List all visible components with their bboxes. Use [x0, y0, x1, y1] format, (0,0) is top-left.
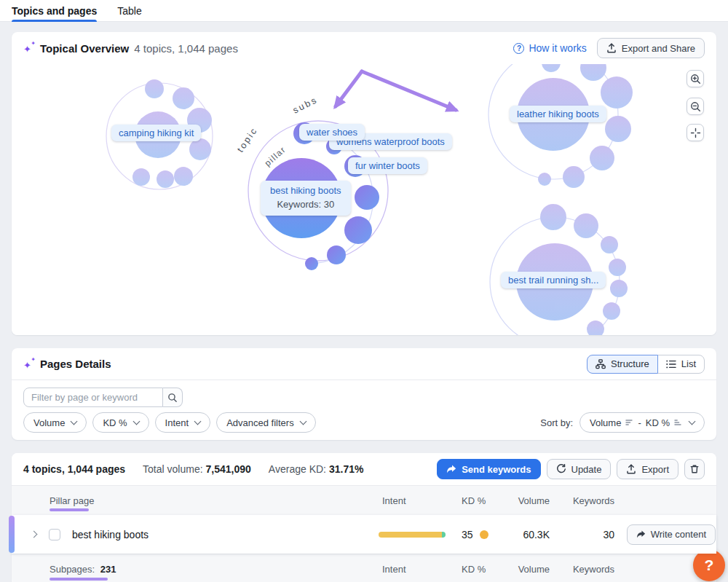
sort-descending-icon — [625, 419, 633, 426]
expand-row-chevron[interactable] — [31, 531, 38, 538]
tab-table[interactable]: Table — [117, 0, 141, 22]
refresh-icon — [556, 464, 566, 474]
kd-difficulty-dot — [480, 530, 488, 539]
kd-value: 35 — [462, 529, 473, 540]
how-it-works-link[interactable]: ? How it works — [513, 42, 586, 54]
search-button[interactable] — [163, 388, 183, 407]
arc-label-topic: topic — [235, 125, 260, 154]
subtopic-label-water-shoes[interactable]: water shoes — [299, 124, 365, 141]
cluster-leather-hiking-boots[interactable] — [488, 64, 633, 188]
search-icon — [167, 393, 178, 403]
subpages-count: 231 — [100, 564, 116, 575]
pillar-label-keywords: Keywords: 30 — [270, 198, 341, 212]
pages-table-card: 4 topics, 1,044 pages Total volume:7,541… — [12, 453, 716, 582]
pages-details-card: ✦✦ Pages Details Structure — [12, 348, 716, 440]
volume-column-header: Volume — [503, 495, 550, 506]
write-content-label: Write content — [651, 529, 706, 540]
kd-column-header: KD % — [451, 495, 503, 506]
view-list-button[interactable]: List — [657, 355, 705, 374]
keywords-value: 30 — [550, 529, 614, 540]
topic-label-best-trail-running[interactable]: best trail running sh... — [501, 272, 606, 288]
filter-input[interactable] — [23, 388, 163, 407]
topic-bubbles-canvas: subs topic pillar — [12, 64, 716, 335]
keywords-column-header: Keywords — [550, 495, 614, 506]
question-circle-icon: ? — [513, 43, 524, 54]
filter-intent-label: Intent — [165, 417, 189, 428]
pillar-page-underline — [50, 508, 89, 511]
view-structure-label: Structure — [611, 358, 649, 369]
overview-subtitle: 4 topics, 1,044 pages — [134, 42, 238, 55]
filter-intent-dropdown[interactable]: Intent — [155, 412, 211, 433]
update-label: Update — [571, 464, 602, 475]
row-accent-bar — [9, 516, 15, 553]
topical-map[interactable]: subs topic pillar — [12, 64, 716, 335]
view-structure-button[interactable]: Structure — [587, 355, 658, 374]
sort-dropdown[interactable]: Volume - KD % — [579, 412, 705, 433]
subtopic-label-fur-winter-boots[interactable]: fur winter boots — [348, 157, 427, 174]
advanced-filters-label: Advanced filters — [226, 417, 294, 428]
topic-label-camping-hiking-kit[interactable]: camping hiking kit — [111, 125, 201, 141]
export-and-share-label: Export and Share — [622, 43, 695, 54]
zoom-in-button[interactable] — [687, 70, 704, 87]
view-toggle: Structure List — [587, 355, 705, 374]
export-label: Export — [641, 464, 669, 475]
summary-topics-pages: 4 topics, 1,044 pages — [23, 463, 125, 475]
overview-title: Topical Overview — [40, 42, 129, 55]
write-content-button[interactable]: Write content — [627, 524, 716, 545]
sparkle-icon: ✦✦ — [23, 358, 36, 370]
annotation-arrow — [336, 71, 456, 110]
send-keywords-label: Send keywords — [462, 464, 531, 475]
summary-bar: 4 topics, 1,044 pages Total volume:7,541… — [12, 453, 716, 485]
forward-arrow-icon — [446, 465, 456, 473]
total-volume-value: 7,541,090 — [206, 463, 251, 475]
row-page-name[interactable]: best hiking boots — [72, 529, 149, 540]
total-volume-label: Total volume: — [143, 463, 202, 475]
list-icon — [666, 359, 676, 369]
subpages-toggle[interactable]: Subpages: 231 — [12, 564, 116, 575]
upload-icon — [606, 43, 617, 53]
trash-icon — [689, 464, 700, 474]
help-button[interactable]: ? — [693, 549, 725, 581]
pages-details-title: Pages Details — [40, 358, 111, 370]
summary-total-volume: Total volume:7,541,090 — [143, 463, 251, 475]
export-and-share-button[interactable]: Export and Share — [597, 38, 705, 58]
send-keywords-button[interactable]: Send keywords — [437, 459, 540, 479]
sort-by-label: Sort by: — [540, 417, 573, 428]
pillar-page-column-header[interactable]: Pillar page — [12, 495, 94, 506]
volume-column-header: Volume — [503, 564, 550, 575]
intent-bar — [379, 532, 446, 538]
upload-icon — [626, 464, 636, 474]
tab-topics-and-pages[interactable]: Topics and pages — [12, 0, 97, 22]
export-button[interactable]: Export — [617, 459, 678, 479]
filter-volume-label: Volume — [33, 417, 65, 428]
average-kd-value: 31.71% — [329, 463, 363, 475]
volume-value: 60.3K — [503, 529, 550, 540]
zoom-in-icon — [690, 74, 701, 84]
sort-separator: - — [638, 417, 641, 428]
filter-volume-dropdown[interactable]: Volume — [23, 412, 87, 433]
chevron-down-icon — [299, 418, 306, 425]
subpages-label: Subpages: — [50, 564, 95, 575]
row-checkbox[interactable] — [49, 529, 60, 540]
pillar-label-best-hiking-boots[interactable]: best hiking boots Keywords: 30 — [261, 181, 351, 216]
table-header-row: Pillar page Intent KD % Volume Keywords — [12, 485, 716, 515]
advanced-filters-dropdown[interactable]: Advanced filters — [216, 412, 316, 433]
sparkle-icon: ✦✦ — [23, 42, 36, 54]
subpages-underline — [50, 578, 108, 581]
top-tab-bar: Topics and pages Table — [0, 0, 728, 22]
zoom-out-button[interactable] — [687, 98, 704, 115]
sort-ascending-icon — [674, 419, 682, 426]
topical-overview-card: ✦✦ Topical Overview 4 topics, 1,044 page… — [12, 32, 716, 335]
cluster-best-trail-running[interactable] — [490, 204, 628, 335]
keywords-column-header: Keywords — [550, 564, 614, 575]
forward-arrow-icon — [636, 530, 646, 538]
summary-average-kd: Average KD:31.71% — [269, 463, 364, 475]
update-button[interactable]: Update — [547, 459, 612, 479]
center-map-button[interactable] — [687, 124, 704, 141]
how-it-works-label: How it works — [529, 42, 586, 54]
filter-kd-dropdown[interactable]: KD % — [92, 412, 149, 433]
table-row[interactable]: best hiking boots 35 60.3K 30 Write cont… — [12, 515, 716, 554]
delete-button[interactable] — [684, 459, 705, 479]
intent-column-header: Intent — [371, 564, 451, 575]
topic-label-leather-hiking-boots[interactable]: leather hiking boots — [510, 106, 606, 122]
